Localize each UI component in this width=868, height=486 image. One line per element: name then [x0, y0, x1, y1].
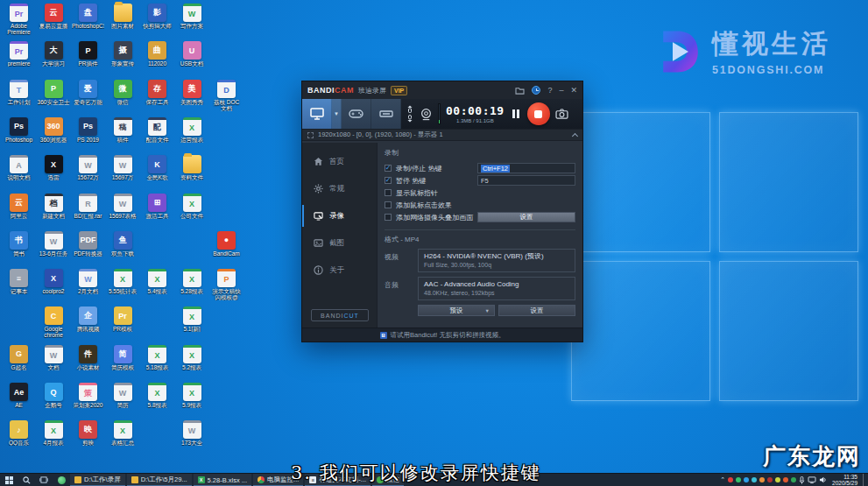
desktop-icon-迅雷[interactable]: X迅雷 — [38, 155, 70, 180]
desktop-icon-15697万[interactable]: W15697万 — [107, 155, 139, 180]
task-view-button[interactable] — [35, 474, 53, 486]
desktop-icon-5.4报表[interactable]: X5.4报表 — [141, 269, 173, 294]
hotkey-input[interactable]: Ctrl+F12 — [477, 163, 575, 173]
tray-icon-7[interactable] — [783, 477, 788, 482]
desktop-icon-Photoshop[interactable]: PsPhotoshop — [3, 117, 35, 143]
desktop-icon-激活工具[interactable]: ⊞激活工具 — [141, 194, 173, 219]
desktop-icon-公司文件[interactable]: X公司文件 — [176, 194, 208, 219]
desktop-icon-PDF转换器[interactable]: PDFPDF转换器 — [72, 231, 104, 257]
desktop-icon-2月文档[interactable]: W2月文档 — [72, 269, 104, 294]
preset-button[interactable]: 预设▼ — [418, 305, 495, 316]
desktop-icon-4月报表[interactable]: X4月报表 — [38, 420, 70, 446]
desktop-icon-AE[interactable]: AeAE — [3, 383, 35, 408]
desktop-icon-工作计划[interactable]: T工作计划 — [3, 80, 35, 105]
desktop-icon-图片素材[interactable]: 图片素材 — [107, 4, 139, 29]
desktop-icon-BD汇报.rar[interactable]: RBD汇报.rar — [72, 194, 104, 219]
tray-network-icon[interactable] — [808, 476, 816, 483]
desktop-icon-腾讯视频[interactable]: 企腾讯视频 — [72, 306, 104, 332]
desktop-icon-剪映[interactable]: 映剪映 — [72, 420, 104, 446]
desktop-icon-简历模板[interactable]: 简简历模板 — [107, 345, 139, 370]
show-desktop-button[interactable] — [863, 474, 866, 486]
desktop-icon-5.9报表[interactable]: X5.9报表 — [176, 383, 208, 408]
desktop-icon-形象宣传[interactable]: 摄形象宣传 — [107, 41, 139, 67]
desktop-icon-保存工具[interactable]: 存保存工具 — [141, 80, 173, 105]
desktop-icon-阿里云[interactable]: 云阿里云 — [3, 194, 35, 219]
desktop-icon-资料文件[interactable]: 资料文件 — [176, 155, 208, 180]
device-recording-mode-button[interactable] — [371, 99, 401, 129]
desktop-icon-173大全[interactable]: W173大全 — [176, 420, 208, 446]
desktop-icon-表格汇总[interactable]: X表格汇总 — [107, 420, 139, 446]
search-button[interactable] — [18, 474, 35, 486]
sidebar-item-截图[interactable]: 截图 — [302, 229, 377, 257]
tray-icon-4[interactable] — [759, 477, 765, 482]
desktop-icon-112020[interactable]: 曲112020 — [141, 41, 173, 67]
desktop-icon-演示文稿快闪模板@[interactable]: P演示文稿快闪模板@ — [210, 269, 243, 300]
audio-device-toggles[interactable] — [406, 105, 414, 123]
desktop-icon-PS 2019[interactable]: PsPS 2019 — [72, 117, 104, 143]
desktop-icon-15672万[interactable]: W15672万 — [72, 155, 104, 180]
desktop-icon-360安全卫士[interactable]: P360安全卫士 — [38, 80, 70, 105]
desktop-icon-PR插件[interactable]: PPR插件 — [72, 41, 104, 67]
desktop-icon-G起名[interactable]: GG起名 — [3, 345, 35, 370]
video-codec-box[interactable]: H264 - NVIDIA® NVENC (VBR) (预设) Full Siz… — [418, 249, 575, 272]
format-settings-button[interactable]: 设置 — [498, 305, 575, 316]
screenshot-camera-icon[interactable] — [555, 109, 568, 119]
start-button[interactable] — [0, 474, 18, 486]
desktop-icon-15697表格[interactable]: W15697表格 — [107, 194, 139, 219]
desktop-icon-13-6月任务[interactable]: W13-6月任务 — [38, 231, 70, 257]
checkbox[interactable]: ✓ — [385, 165, 392, 172]
desktop-icon-PR模板[interactable]: PrPR模板 — [107, 306, 139, 332]
mode-dropdown-chevron[interactable]: ▼ — [332, 99, 342, 129]
desktop-icon-企鹅号[interactable]: Q企鹅号 — [38, 383, 70, 408]
desktop-icon-简历[interactable]: W简历 — [107, 383, 139, 408]
desktop-icon-5.2报表[interactable]: X5.2报表 — [176, 345, 208, 370]
desktop-icon-5.18报表[interactable]: X5.18报表 — [141, 345, 173, 370]
desktop-icon-5.28报表[interactable]: X5.28报表 — [176, 269, 208, 294]
checkbox[interactable]: ✓ — [385, 177, 392, 184]
desktop-icon-新建文档[interactable]: 档新建文档 — [38, 194, 70, 219]
tray-icon-5[interactable] — [767, 477, 773, 482]
checkbox[interactable] — [385, 214, 392, 221]
recording-region-bar[interactable]: 1920x1080 - [0, 0], (1920, 1080) - 显示器 1 — [302, 129, 582, 141]
desktop-icon-小说素材[interactable]: 件小说素材 — [72, 345, 104, 370]
desktop-icon-PhotoshopCS6[interactable]: 盘PhotoshopCS6 — [72, 4, 104, 29]
checkbox[interactable] — [385, 201, 392, 208]
desktop-icon-荔枝 DOC 文档[interactable]: D荔枝 DOC 文档 — [210, 80, 243, 111]
desktop-icon-配音文件[interactable]: 配配音文件 — [141, 117, 173, 143]
tray-icon-3[interactable] — [752, 477, 757, 482]
folder-icon[interactable] — [515, 87, 525, 95]
desktop-icon-5.1[新][interactable]: X5.1[新] — [176, 306, 208, 332]
desktop-icon-快剪辑大师[interactable]: 影快剪辑大师 — [141, 4, 173, 29]
sidebar-item-关于[interactable]: 关于 — [302, 257, 377, 284]
pause-button[interactable] — [510, 108, 522, 120]
bandicut-promo-button[interactable]: BANDICUT — [311, 309, 369, 321]
desktop-icon-文档[interactable]: W文档 — [38, 345, 70, 370]
tray-expand-caret[interactable]: ⌃ — [720, 476, 725, 483]
desktop-icon-双鱼下载[interactable]: 鱼双鱼下载 — [107, 231, 139, 257]
checkbox[interactable] — [385, 189, 392, 196]
tray-mic-icon[interactable] — [799, 476, 805, 484]
desktop-icon-稿件[interactable]: 稿稿件 — [107, 117, 139, 143]
desktop-icon-美图秀秀[interactable]: 美美图秀秀 — [176, 80, 208, 105]
sidebar-item-首页[interactable]: 首页 — [302, 148, 377, 175]
stop-record-button[interactable] — [527, 102, 550, 125]
sidebar-item-常规[interactable]: 常规 — [302, 175, 377, 202]
bandicut-footer-banner[interactable]: B 请试用Bandicut! 无损剪切和拼接视频。 — [302, 328, 582, 342]
tray-icon-2[interactable] — [744, 477, 749, 482]
desktop-icon-premiere[interactable]: Prpremiere — [3, 41, 35, 67]
desktop-icon-写作方案[interactable]: W写作方案 — [176, 4, 208, 29]
help-icon[interactable]: ? — [547, 86, 552, 95]
tray-icon-6[interactable] — [775, 477, 780, 482]
desktop-icon-说明文档[interactable]: A说明文档 — [3, 155, 35, 180]
desktop-icon-coolpro2[interactable]: Xcoolpro2 — [38, 269, 70, 294]
desktop-icon-微信[interactable]: 微微信 — [107, 80, 139, 105]
tray-icon-1[interactable] — [736, 477, 741, 482]
desktop-icon-Google chrome[interactable]: CGoogle chrome — [38, 306, 70, 338]
desktop-icon-BandiCam[interactable]: ●BandiCam — [210, 231, 243, 257]
desktop-icon-QQ音乐[interactable]: ♪QQ音乐 — [3, 420, 35, 446]
taskbar-button-5.28-B.xlsx ...[interactable]: X5.28-B.xlsx ... — [194, 474, 251, 486]
audio-codec-box[interactable]: AAC - Advanced Audio Coding 48.0KHz, ste… — [418, 277, 575, 300]
desktop-icon-5.55统计表[interactable]: X5.55统计表 — [107, 269, 139, 294]
desktop-icon-简书[interactable]: 书简书 — [3, 231, 35, 257]
desktop-icon-5.8报表[interactable]: X5.8报表 — [141, 383, 173, 408]
